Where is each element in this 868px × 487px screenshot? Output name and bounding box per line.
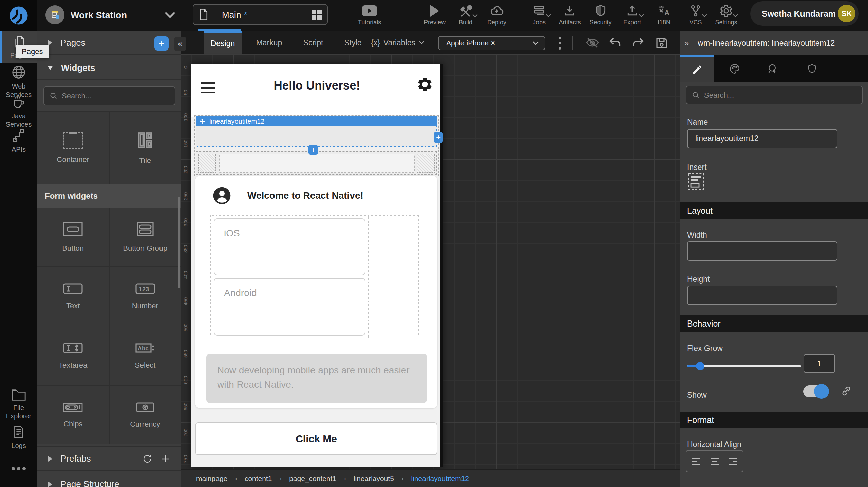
android-box[interactable]: Android (214, 278, 365, 336)
tab-script[interactable]: Script (296, 31, 330, 54)
app-logo[interactable] (0, 0, 37, 31)
sidebar-item-java-services[interactable]: Java Services (0, 95, 37, 129)
widget-textarea[interactable]: Textarea (37, 326, 109, 385)
open-page-tab[interactable]: Main * (193, 4, 328, 25)
slider-thumb[interactable] (696, 362, 704, 370)
row-cell-middle[interactable] (219, 154, 415, 173)
widgets-section-header[interactable]: Widgets (37, 56, 181, 80)
button-icon (62, 221, 83, 237)
undo-button[interactable] (608, 36, 623, 50)
sidebar-item-logs[interactable]: Logs (0, 425, 37, 450)
sidebar-item-web-services[interactable]: Web Services (0, 64, 37, 99)
ios-box[interactable]: iOS (214, 218, 365, 275)
tutorials-button[interactable]: Tutorials (351, 3, 388, 26)
widget-tile[interactable]: Tile (110, 112, 181, 184)
name-input[interactable] (687, 129, 837, 148)
chips-icon (62, 402, 83, 413)
ruler-tick: 0 (183, 60, 188, 69)
project-switcher-chevron-icon[interactable] (164, 11, 176, 19)
expand-panel-icon[interactable]: » (684, 39, 689, 48)
row-cell-right[interactable] (417, 154, 435, 173)
selected-widget-area[interactable] (196, 126, 437, 147)
page-structure-section-header[interactable]: Page Structure (37, 472, 181, 487)
upload-icon (625, 3, 639, 18)
insert-widget-right-button[interactable]: + (434, 132, 443, 143)
vcs-chevron-icon (701, 14, 707, 18)
container-icon (63, 132, 83, 149)
property-search-input[interactable] (704, 91, 806, 100)
ruler-tick: 500 (183, 323, 188, 331)
tab-properties[interactable] (680, 55, 714, 82)
flex-grow-value-input[interactable] (804, 354, 835, 373)
app-settings-gear-icon[interactable] (416, 76, 433, 93)
widget-button[interactable]: Button (37, 208, 109, 266)
project-avatar[interactable] (45, 5, 64, 24)
deploy-button[interactable]: Deploy (478, 3, 515, 26)
add-prefab-icon[interactable] (161, 454, 171, 464)
tab-security[interactable] (795, 55, 829, 82)
height-input[interactable] (687, 286, 837, 305)
breadcrumb-content1[interactable]: content1 (245, 474, 272, 483)
widget-number[interactable]: 123 Number (110, 267, 181, 326)
breadcrumb-mainpage[interactable]: mainpage (196, 474, 227, 483)
widget-text[interactable]: Text (37, 267, 109, 326)
refresh-icon[interactable] (142, 454, 152, 464)
toggle-visibility-button[interactable] (585, 36, 600, 50)
breadcrumb-linearlayoutitem12[interactable]: linearlayoutitem12 (411, 474, 469, 483)
phone-scrollbar[interactable] (440, 64, 443, 467)
align-right-button[interactable] (724, 451, 743, 472)
widget-container[interactable]: Container (37, 112, 109, 184)
widget-search-input[interactable] (62, 92, 164, 100)
widget-button-group[interactable]: Button Group (110, 208, 181, 266)
welcome-label[interactable]: Welcome to React Native! (247, 190, 363, 201)
tab-markup[interactable]: Markup (250, 31, 288, 54)
tab-design[interactable]: Design (204, 31, 242, 54)
device-select[interactable]: Apple iPhone X (438, 36, 545, 50)
insert-widget-below-button[interactable]: + (308, 145, 318, 155)
insert-list-button[interactable] (687, 172, 705, 191)
show-toggle[interactable] (803, 385, 828, 398)
save-button[interactable] (655, 36, 669, 50)
tab-style[interactable]: Style (338, 31, 368, 54)
row-cell-left[interactable] (198, 154, 216, 173)
widget-select[interactable]: Abc Select (110, 326, 181, 385)
align-center-button[interactable] (705, 451, 724, 472)
tab-inspect[interactable] (756, 55, 790, 82)
tab-styles[interactable] (718, 55, 752, 82)
layout-section-header[interactable]: Layout (680, 202, 868, 219)
widget-currency[interactable]: Currency (110, 386, 181, 444)
note-box[interactable]: Now developing mobile apps are much easi… (206, 354, 427, 403)
redo-icon (630, 36, 645, 50)
breadcrumb-linearlayout5[interactable]: linearlayout5 (354, 474, 394, 483)
settings-button[interactable]: Settings (707, 3, 745, 26)
click-me-button[interactable]: Click Me (195, 422, 437, 455)
selected-widget-label[interactable]: linearlayoutitem12 (196, 116, 437, 126)
platform-list-container[interactable]: iOS Android (210, 215, 419, 337)
width-input[interactable] (687, 241, 837, 261)
breadcrumb-page-content1[interactable]: page_content1 (289, 474, 336, 483)
layout-row-strip[interactable] (196, 151, 437, 175)
collapse-palette-button[interactable]: « (174, 37, 186, 51)
bind-property-button[interactable] (841, 385, 852, 397)
canvas-more-menu[interactable] (557, 37, 562, 50)
sidebar-item-apis[interactable]: APIs (0, 128, 37, 154)
pages-section-header[interactable]: Pages + (37, 31, 181, 55)
page-layout-grid-icon[interactable] (312, 10, 322, 20)
sidebar-more-button[interactable] (0, 466, 37, 471)
add-page-button[interactable]: + (154, 36, 169, 51)
palette-scrollbar[interactable] (178, 197, 180, 288)
user-menu[interactable]: Swetha Kundaram SK (750, 1, 859, 26)
collapsed-caret-icon (48, 456, 52, 462)
sidebar-item-file-explorer[interactable]: File Explorer (0, 388, 37, 421)
format-section-header[interactable]: Format (680, 412, 868, 428)
divider (680, 113, 868, 113)
form-widgets-header: Form widgets (37, 184, 181, 208)
app-title[interactable]: Hello Universe! (191, 79, 443, 92)
behavior-section-header[interactable]: Behavior (680, 315, 868, 332)
flex-grow-slider[interactable] (687, 362, 801, 370)
redo-button[interactable] (630, 36, 645, 50)
tab-variables[interactable]: {x} Variables (371, 31, 425, 54)
align-left-button[interactable] (686, 451, 705, 472)
prefabs-section-header[interactable]: Prefabs (37, 446, 181, 471)
widget-chips[interactable]: Chips (37, 386, 109, 444)
